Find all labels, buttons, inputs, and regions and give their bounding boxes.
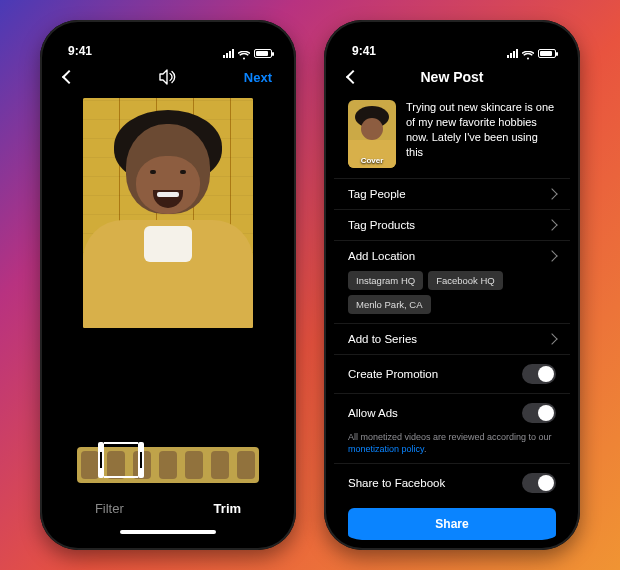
row-label: Add Location: [348, 250, 415, 262]
toggle-allow-ads[interactable]: [522, 403, 556, 423]
row-tag-people[interactable]: Tag People: [334, 178, 570, 209]
cellular-icon: [223, 49, 234, 58]
chevron-right-icon: [546, 188, 557, 199]
phone-right: 9:41 New Post Cover Trying o: [324, 20, 580, 550]
subtext-suffix: .: [424, 444, 427, 454]
trim-strip[interactable]: [70, 442, 266, 488]
monetization-policy-link[interactable]: monetization policy: [348, 444, 424, 454]
row-create-promotion: Create Promotion: [334, 354, 570, 393]
screen-edit: 9:41 Next: [50, 30, 286, 540]
toggle-share-facebook[interactable]: [522, 473, 556, 493]
row-label: Tag People: [348, 188, 406, 200]
row-add-series[interactable]: Add to Series: [334, 323, 570, 354]
edit-tabs: Filter Trim: [50, 488, 286, 528]
status-icons: [223, 49, 272, 58]
location-chip[interactable]: Menlo Park, CA: [348, 295, 431, 314]
speaker-icon: [159, 69, 177, 85]
trim-handle-right[interactable]: [138, 442, 144, 478]
tab-trim[interactable]: Trim: [214, 501, 241, 516]
row-allow-ads: Allow Ads: [334, 393, 570, 432]
row-label: Create Promotion: [348, 368, 438, 380]
row-tag-products[interactable]: Tag Products: [334, 209, 570, 240]
row-share-facebook: Share to Facebook: [334, 463, 570, 502]
cover-thumbnail[interactable]: Cover: [348, 100, 396, 168]
notch: [397, 30, 507, 52]
location-chip[interactable]: Instagram HQ: [348, 271, 423, 290]
new-post-body[interactable]: Cover Trying out new skincare is one of …: [334, 94, 570, 540]
battery-icon: [538, 49, 556, 58]
chevron-right-icon: [546, 219, 557, 230]
notch: [113, 30, 223, 52]
location-chip[interactable]: Facebook HQ: [428, 271, 503, 290]
back-button[interactable]: [348, 72, 394, 82]
chevron-right-icon: [546, 333, 557, 344]
share-button[interactable]: Share: [348, 508, 556, 540]
video-frame: [83, 98, 253, 328]
caption-input[interactable]: Trying out new skincare is one of my new…: [406, 100, 556, 168]
allow-ads-subtext: All monetized videos are reviewed accord…: [334, 432, 570, 463]
cover-label: Cover: [348, 156, 396, 165]
row-label: Share to Facebook: [348, 477, 445, 489]
trim-selection: [104, 442, 138, 478]
chevron-left-icon: [346, 70, 360, 84]
status-time: 9:41: [352, 44, 376, 58]
location-chips: Instagram HQ Facebook HQ Menlo Park, CA: [334, 271, 570, 323]
compose-area: Cover Trying out new skincare is one of …: [334, 94, 570, 178]
back-button[interactable]: [64, 72, 110, 82]
trim-handle-left[interactable]: [98, 442, 104, 478]
page-title: New Post: [394, 69, 510, 85]
sound-button[interactable]: [110, 69, 226, 85]
row-label: Allow Ads: [348, 407, 398, 419]
nav-bar: Next: [50, 60, 286, 94]
tab-filter[interactable]: Filter: [95, 501, 124, 516]
battery-icon: [254, 49, 272, 58]
row-add-location[interactable]: Add Location: [334, 240, 570, 271]
phone-left: 9:41 Next: [40, 20, 296, 550]
status-time: 9:41: [68, 44, 92, 58]
chevron-right-icon: [546, 250, 557, 261]
next-button[interactable]: Next: [226, 70, 272, 85]
row-label: Add to Series: [348, 333, 417, 345]
status-icons: [507, 49, 556, 58]
nav-bar: New Post: [334, 60, 570, 94]
chevron-left-icon: [62, 70, 76, 84]
video-preview[interactable]: [50, 94, 286, 434]
screen-newpost: 9:41 New Post Cover Trying o: [334, 30, 570, 540]
wifi-icon: [522, 49, 534, 58]
toggle-create-promotion[interactable]: [522, 364, 556, 384]
home-indicator[interactable]: [120, 530, 216, 534]
wifi-icon: [238, 49, 250, 58]
subtext-prefix: All monetized videos are reviewed accord…: [348, 432, 552, 442]
row-label: Tag Products: [348, 219, 415, 231]
cellular-icon: [507, 49, 518, 58]
